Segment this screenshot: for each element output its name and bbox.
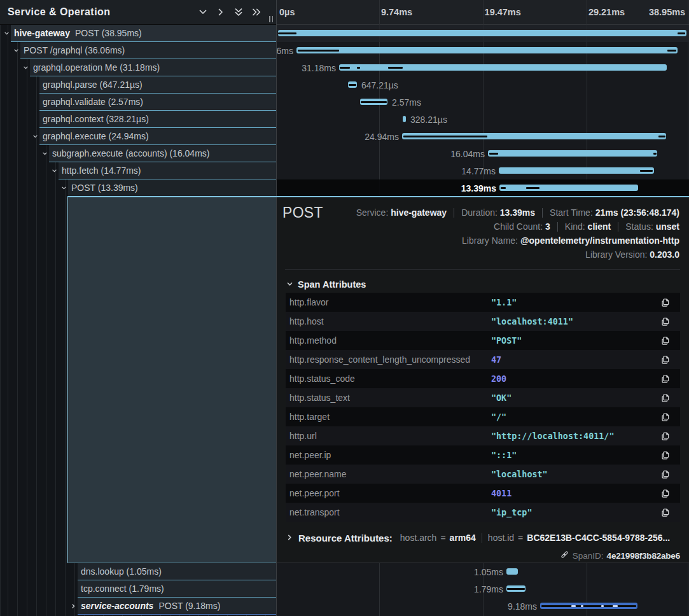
span-tree-row[interactable]: http.fetch (14.77ms) [0, 162, 277, 179]
timeline-bar-row[interactable]: 2.57ms [277, 94, 689, 111]
resource-value: BC62E13B-C4CC-5854-9788-256... [527, 533, 670, 543]
span-tree-row[interactable]: subgraph.execute (accounts) (16.04ms) [0, 145, 277, 162]
span-bar[interactable] [296, 47, 678, 53]
span-bar[interactable] [403, 116, 406, 122]
collapse-span-icon[interactable] [23, 59, 30, 76]
span-name-cell[interactable]: graphql.validate (2.57ms) [39, 94, 277, 111]
copy-icon[interactable] [661, 317, 670, 326]
collapse-span-icon[interactable] [52, 162, 59, 179]
span-tree-row[interactable]: POST (13.39ms) [0, 179, 277, 197]
span-name-cell[interactable]: hive-gatewayPOST (38.95ms) [11, 25, 277, 42]
span-bar[interactable] [499, 167, 654, 174]
copy-icon[interactable] [661, 393, 670, 403]
chevron-down-icon [286, 279, 293, 290]
timeline-bar-row[interactable]: 1.05ms [277, 563, 689, 580]
timeline-bar-row[interactable]: 36.06ms [277, 42, 689, 59]
copy-icon[interactable] [661, 431, 670, 441]
timeline-bar-row[interactable]: 31.18ms [277, 59, 689, 76]
span-self-time-segment [357, 67, 360, 69]
span-name-cell[interactable]: graphql.operation Me (31.18ms) [30, 59, 277, 76]
span-bar[interactable] [278, 30, 686, 36]
attribute-value: "1.1" [491, 298, 661, 307]
link-icon[interactable] [560, 550, 573, 561]
attribute-key: http.target [286, 412, 491, 422]
collapse-span-icon[interactable] [4, 25, 11, 42]
resource-key: host.id [488, 533, 514, 543]
collapse-span-icon[interactable] [32, 128, 39, 145]
copy-icon[interactable] [661, 298, 670, 307]
tree-indent-guides [0, 179, 61, 197]
span-bar[interactable] [506, 568, 518, 575]
span-tree-row[interactable]: service-accountsPOST (9.18ms) [0, 598, 277, 615]
span-duration-label: 31.18ms [302, 63, 336, 73]
timeline-bar-row[interactable]: 13.39ms [277, 179, 689, 197]
copy-icon[interactable] [661, 508, 670, 517]
span-name-cell[interactable]: graphql.execute (24.94ms) [39, 128, 277, 145]
tree-indent-guides [0, 59, 23, 76]
timeline-tick-label: 29.21ms [588, 7, 625, 17]
expand-all-icon[interactable] [251, 7, 261, 17]
timeline-bar-row[interactable]: 24.94ms [277, 128, 689, 145]
timeline-bar-row[interactable]: 38.95ms [277, 25, 689, 42]
tree-indent-guides [0, 145, 42, 162]
span-bar[interactable] [488, 150, 657, 157]
attribute-row: http.url"http://localhost:4011/" [286, 426, 680, 445]
attribute-key: http.response_content_length_uncompresse… [286, 354, 491, 365]
span-tree-row[interactable]: graphql.parse (647.21µs) [0, 76, 277, 94]
collapse-all-icon[interactable] [233, 7, 244, 17]
span-name-cell[interactable]: http.fetch (14.77ms) [59, 162, 277, 179]
span-child-mark [613, 605, 618, 607]
copy-icon[interactable] [661, 355, 670, 365]
span-tree-row[interactable]: graphql.validate (2.57ms) [0, 94, 277, 111]
info-value: client [588, 221, 611, 232]
attribute-row: http.status_text"OK" [286, 388, 680, 407]
timeline-bar-row[interactable]: 16.04ms [277, 145, 689, 162]
operation-name: graphql.validate (2.57ms) [43, 97, 143, 107]
span-name-cell[interactable]: dns.lookup (1.05ms) [78, 563, 277, 580]
timeline-bar-row[interactable]: 647.21µs [277, 76, 689, 94]
collapse-span-icon[interactable] [42, 145, 49, 162]
span-tree-row[interactable]: hive-gatewayPOST (38.95ms) [0, 25, 277, 42]
copy-icon[interactable] [661, 470, 670, 479]
resource-attributes-row[interactable]: Resource Attributes: host.arch=arm64host… [286, 532, 670, 543]
collapse-one-icon[interactable] [198, 7, 208, 17]
expand-one-icon[interactable] [216, 7, 226, 17]
timeline-bar-row[interactable]: 1.79ms [277, 580, 689, 598]
attribute-key: http.url [286, 431, 491, 441]
info-value: 0.203.0 [650, 249, 679, 260]
span-tree-row[interactable]: dns.lookup (1.05ms) [0, 563, 277, 580]
span-attributes-header[interactable]: Span Attributes [286, 279, 366, 290]
attribute-row: http.response_content_length_uncompresse… [286, 350, 680, 369]
span-bar[interactable] [499, 185, 638, 191]
splitter-grip-icon[interactable] [268, 16, 274, 22]
timeline-bar-row[interactable]: 328.21µs [277, 111, 689, 128]
span-name-cell[interactable]: subgraph.execute (accounts) (16.04ms) [49, 145, 277, 162]
operation-name: graphql.operation Me (31.18ms) [33, 62, 160, 73]
collapse-span-icon[interactable] [13, 42, 20, 59]
copy-icon[interactable] [661, 412, 670, 422]
span-name-cell[interactable]: POST (13.39ms) [68, 179, 277, 197]
copy-icon[interactable] [661, 489, 670, 498]
copy-icon[interactable] [661, 336, 670, 346]
timeline-bar-row[interactable]: 14.77ms [277, 162, 689, 179]
span-tree-row[interactable]: graphql.context (328.21µs) [0, 111, 277, 128]
span-duration-label: 647.21µs [361, 80, 398, 90]
span-name-cell[interactable]: tcp.connect (1.79ms) [78, 580, 277, 598]
copy-icon[interactable] [661, 451, 670, 460]
span-tree-row[interactable]: POST /graphql (36.06ms) [0, 42, 277, 59]
span-name-cell[interactable]: graphql.context (328.21µs) [39, 111, 277, 128]
collapse-span-icon[interactable] [61, 179, 68, 197]
tree-indent-guides [0, 563, 71, 580]
detail-info-line: Library Name: @opentelemetry/instrumenta… [356, 234, 679, 248]
span-name-cell[interactable]: POST /graphql (36.06ms) [20, 42, 277, 59]
copy-icon[interactable] [661, 374, 670, 384]
span-tree-row[interactable]: graphql.execute (24.94ms) [0, 128, 277, 145]
span-name-cell[interactable]: service-accountsPOST (9.18ms) [78, 598, 277, 615]
span-id-value: 4e21998f3b82abe6 [607, 551, 680, 561]
span-tree-row[interactable]: graphql.operation Me (31.18ms) [0, 59, 277, 76]
timeline-bar-row[interactable]: 9.18ms [277, 598, 689, 615]
expand-span-icon[interactable] [71, 598, 78, 615]
span-name-cell[interactable]: graphql.parse (647.21µs) [39, 76, 277, 94]
toggle-spacer [71, 580, 78, 598]
span-tree-row[interactable]: tcp.connect (1.79ms) [0, 580, 277, 598]
